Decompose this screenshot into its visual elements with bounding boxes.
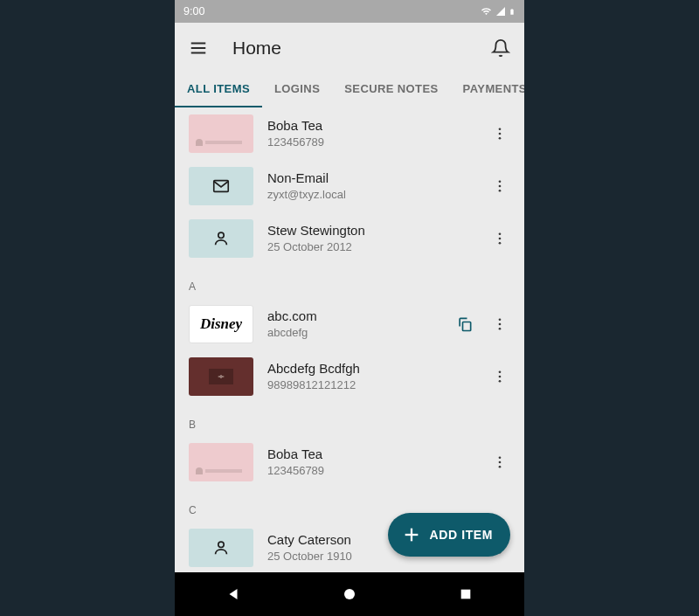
status-icons (480, 6, 516, 17)
list-item[interactable]: Disneyabc.comabcdefg (175, 298, 524, 350)
item-subtitle: zyxt@txyz.local (267, 187, 482, 203)
svg-point-27 (218, 542, 224, 547)
svg-point-10 (218, 232, 224, 238)
svg-point-25 (499, 461, 502, 464)
list-item[interactable]: Stew Stewington25 October 2012 (175, 212, 524, 265)
more-button[interactable] (482, 221, 517, 256)
svg-point-33 (344, 589, 355, 599)
plus-icon (402, 525, 421, 544)
svg-point-15 (499, 318, 502, 321)
svg-point-8 (499, 185, 502, 188)
item-subtitle: abcdefg (267, 325, 447, 341)
home-button[interactable] (315, 572, 384, 616)
section-header: B (175, 403, 524, 436)
svg-point-11 (499, 232, 502, 235)
wifi-icon (480, 6, 493, 17)
tab-payments[interactable]: PAYMENTS (451, 73, 524, 107)
tabs: ALL ITEMSLOGINSSECURE NOTESPAYMENTS (175, 73, 524, 107)
item-list[interactable]: Boba Tea123456789Non-Emailzyxt@txyz.loca… (175, 107, 524, 572)
more-button[interactable] (482, 359, 517, 394)
svg-point-16 (499, 323, 502, 326)
kebab-icon (492, 316, 508, 332)
svg-point-4 (499, 133, 502, 135)
svg-point-24 (499, 456, 502, 459)
square-recents-icon (459, 587, 473, 601)
identity-card-icon (189, 114, 253, 153)
list-item[interactable]: Boba Tea123456789 (175, 436, 524, 488)
identity-card-icon (189, 443, 253, 481)
kebab-icon (492, 369, 508, 384)
recents-button[interactable] (431, 572, 501, 616)
battery-icon (509, 6, 516, 17)
bell-icon[interactable] (491, 38, 510, 58)
item-title: Boba Tea (267, 446, 482, 463)
copy-button[interactable] (447, 307, 482, 342)
back-button[interactable] (198, 572, 268, 616)
list-item[interactable]: Abcdefg Bcdfgh98989812121212 (175, 350, 524, 403)
item-subtitle: 98989812121212 (267, 377, 482, 393)
svg-point-18 (220, 376, 223, 378)
svg-point-21 (499, 370, 502, 373)
site-logo-icon: Disney (189, 305, 253, 343)
wallet-icon (189, 357, 253, 396)
svg-point-12 (499, 238, 502, 240)
list-item[interactable]: Non-Emailzyxt@txyz.local (175, 160, 524, 212)
more-button[interactable] (482, 307, 517, 342)
list-item[interactable]: Boba Tea123456789 (175, 107, 524, 160)
fab-label: ADD ITEM (430, 528, 493, 542)
status-time: 9:00 (183, 5, 204, 17)
triangle-back-icon (225, 586, 241, 602)
kebab-icon (492, 231, 508, 246)
svg-point-22 (499, 376, 502, 378)
item-title: Stew Stewington (267, 222, 482, 239)
tab-all-items[interactable]: ALL ITEMS (175, 73, 262, 107)
svg-point-23 (499, 380, 502, 383)
svg-point-7 (499, 180, 502, 183)
svg-point-3 (499, 128, 502, 130)
copy-icon (456, 315, 474, 333)
person-icon (189, 529, 253, 567)
item-title: Abcdefg Bcdfgh (267, 360, 482, 377)
circle-home-icon (342, 586, 357, 602)
svg-point-13 (499, 242, 502, 245)
svg-point-9 (499, 190, 502, 192)
signal-icon (495, 6, 506, 17)
add-item-button[interactable]: ADD ITEM (388, 513, 510, 557)
phone-frame: 9:00 Home ALL ITEMSLOGINSSECURE NOTESPAY… (175, 0, 524, 616)
kebab-icon (492, 454, 508, 470)
item-title: abc.com (267, 308, 447, 325)
item-subtitle: 123456789 (267, 135, 482, 150)
more-button[interactable] (482, 116, 517, 151)
svg-point-5 (499, 137, 502, 140)
page-title: Home (232, 38, 491, 59)
menu-icon[interactable] (189, 38, 208, 58)
item-subtitle: 25 October 2012 (267, 239, 482, 255)
section-header: A (175, 265, 524, 298)
mail-icon (189, 167, 253, 205)
item-title: Non-Email (267, 170, 482, 187)
more-button[interactable] (482, 445, 517, 480)
svg-rect-14 (463, 322, 471, 331)
more-button[interactable] (482, 169, 517, 204)
svg-point-26 (499, 466, 502, 468)
kebab-icon (492, 178, 508, 194)
tab-secure-notes[interactable]: SECURE NOTES (332, 73, 450, 107)
status-bar: 9:00 (175, 0, 524, 23)
svg-rect-34 (461, 590, 471, 599)
item-title: Boba Tea (267, 117, 482, 135)
item-subtitle: 123456789 (267, 463, 482, 479)
person-icon (189, 219, 253, 258)
app-bar: Home (175, 23, 524, 73)
tab-logins[interactable]: LOGINS (262, 73, 332, 107)
kebab-icon (492, 126, 508, 142)
android-nav-bar (175, 572, 524, 616)
svg-point-17 (499, 328, 502, 330)
